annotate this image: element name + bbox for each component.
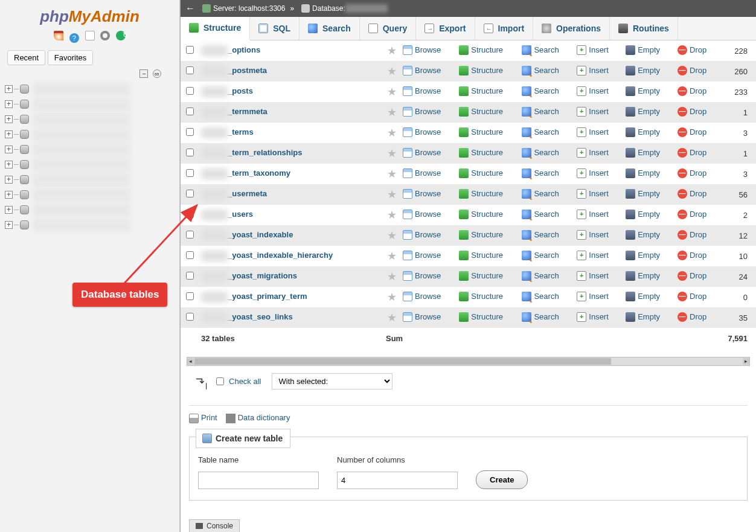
- tree-database-item[interactable]: +: [5, 112, 179, 127]
- browse-link[interactable]: Browse: [403, 230, 441, 240]
- search-link[interactable]: Search: [522, 251, 559, 260]
- drop-link[interactable]: Drop: [678, 251, 706, 260]
- empty-link[interactable]: Empty: [626, 107, 660, 117]
- favorites-button[interactable]: Favorites: [48, 50, 93, 65]
- drop-link[interactable]: Drop: [678, 127, 706, 137]
- tree-database-item[interactable]: +: [5, 127, 179, 142]
- tree-database-item[interactable]: +: [5, 217, 179, 232]
- drop-link[interactable]: Drop: [678, 189, 706, 199]
- table-checkbox[interactable]: [186, 149, 194, 156]
- sql-icon[interactable]: [85, 31, 95, 40]
- drop-link[interactable]: Drop: [678, 168, 706, 178]
- tab-export[interactable]: Export: [416, 17, 475, 40]
- table-checkbox[interactable]: [186, 107, 194, 115]
- table-name-link[interactable]: _term_relationships: [228, 148, 303, 157]
- search-link[interactable]: Search: [522, 292, 559, 301]
- browse-link[interactable]: Browse: [403, 148, 441, 158]
- search-link[interactable]: Search: [522, 86, 559, 96]
- table-checkbox[interactable]: [186, 87, 194, 95]
- tab-structure[interactable]: Structure: [181, 17, 250, 40]
- search-link[interactable]: Search: [522, 210, 559, 219]
- structure-link[interactable]: Structure: [459, 251, 503, 260]
- structure-link[interactable]: Structure: [459, 45, 503, 55]
- browse-link[interactable]: Browse: [403, 210, 441, 219]
- empty-link[interactable]: Empty: [626, 251, 660, 260]
- empty-link[interactable]: Empty: [626, 45, 660, 55]
- tab-search[interactable]: Search: [300, 17, 360, 40]
- empty-link[interactable]: Empty: [626, 86, 660, 96]
- browse-link[interactable]: Browse: [403, 66, 441, 75]
- browse-link[interactable]: Browse: [403, 189, 441, 199]
- favorite-star-icon[interactable]: ★: [383, 225, 400, 246]
- table-name-link[interactable]: _termmeta: [228, 107, 267, 116]
- table-name-link[interactable]: _posts: [228, 86, 253, 95]
- link-icon[interactable]: ∞: [153, 69, 161, 78]
- insert-link[interactable]: Insert: [577, 230, 609, 240]
- drop-link[interactable]: Drop: [678, 66, 706, 75]
- favorite-star-icon[interactable]: ★: [383, 82, 400, 102]
- empty-link[interactable]: Empty: [626, 230, 660, 240]
- insert-link[interactable]: Insert: [577, 148, 609, 158]
- favorite-star-icon[interactable]: ★: [383, 205, 400, 225]
- browse-link[interactable]: Browse: [403, 86, 441, 96]
- favorite-star-icon[interactable]: ★: [383, 307, 400, 328]
- structure-link[interactable]: Structure: [459, 189, 503, 199]
- favorite-star-icon[interactable]: ★: [383, 246, 400, 266]
- browse-link[interactable]: Browse: [403, 292, 441, 301]
- check-all-checkbox[interactable]: [216, 377, 224, 385]
- browse-link[interactable]: Browse: [403, 168, 441, 178]
- favorite-star-icon[interactable]: ★: [383, 61, 400, 82]
- favorite-star-icon[interactable]: ★: [383, 287, 400, 307]
- insert-link[interactable]: Insert: [577, 86, 609, 96]
- table-checkbox[interactable]: [186, 210, 194, 218]
- tab-sql[interactable]: SQL: [250, 17, 300, 40]
- drop-link[interactable]: Drop: [678, 45, 706, 55]
- insert-link[interactable]: Insert: [577, 251, 609, 260]
- browse-link[interactable]: Browse: [403, 45, 441, 55]
- drop-link[interactable]: Drop: [678, 230, 706, 240]
- empty-link[interactable]: Empty: [626, 210, 660, 219]
- structure-link[interactable]: Structure: [459, 66, 503, 75]
- empty-link[interactable]: Empty: [626, 66, 660, 75]
- insert-link[interactable]: Insert: [577, 45, 609, 55]
- favorite-star-icon[interactable]: ★: [383, 143, 400, 164]
- structure-link[interactable]: Structure: [459, 127, 503, 137]
- search-link[interactable]: Search: [522, 312, 559, 322]
- empty-link[interactable]: Empty: [626, 189, 660, 199]
- breadcrumb-server[interactable]: Server: localhost:3306: [213, 4, 285, 13]
- table-checkbox[interactable]: [186, 190, 194, 197]
- home-icon[interactable]: [54, 31, 63, 40]
- table-name-link[interactable]: _users: [228, 210, 253, 219]
- table-checkbox[interactable]: [186, 46, 194, 54]
- search-link[interactable]: Search: [522, 271, 559, 281]
- search-link[interactable]: Search: [522, 168, 559, 178]
- table-name-link[interactable]: _yoast_indexable: [228, 230, 293, 239]
- table-checkbox[interactable]: [186, 272, 194, 280]
- tree-database-item[interactable]: +: [5, 82, 179, 97]
- insert-link[interactable]: Insert: [577, 168, 609, 178]
- structure-link[interactable]: Structure: [459, 271, 503, 281]
- table-checkbox[interactable]: [186, 66, 194, 74]
- insert-link[interactable]: Insert: [577, 66, 609, 75]
- drop-link[interactable]: Drop: [678, 148, 706, 158]
- insert-link[interactable]: Insert: [577, 210, 609, 219]
- insert-link[interactable]: Insert: [577, 312, 609, 322]
- favorite-star-icon[interactable]: ★: [383, 102, 400, 123]
- recent-button[interactable]: Recent: [7, 50, 45, 65]
- expand-icon[interactable]: +: [5, 146, 13, 153]
- search-link[interactable]: Search: [522, 230, 559, 240]
- insert-link[interactable]: Insert: [577, 292, 609, 301]
- table-checkbox[interactable]: [186, 169, 194, 177]
- breadcrumb-database[interactable]: Database:: [312, 4, 345, 13]
- create-button[interactable]: Create: [476, 470, 528, 489]
- with-selected-dropdown[interactable]: With selected:: [272, 373, 392, 389]
- tree-database-item[interactable]: +: [5, 202, 179, 217]
- search-link[interactable]: Search: [522, 45, 559, 55]
- print-link[interactable]: Print: [189, 413, 217, 423]
- table-checkbox[interactable]: [186, 292, 194, 300]
- drop-link[interactable]: Drop: [678, 271, 706, 281]
- table-checkbox[interactable]: [186, 251, 194, 259]
- expand-icon[interactable]: +: [5, 130, 13, 138]
- empty-link[interactable]: Empty: [626, 312, 660, 322]
- table-name-link[interactable]: _yoast_seo_links: [228, 312, 293, 321]
